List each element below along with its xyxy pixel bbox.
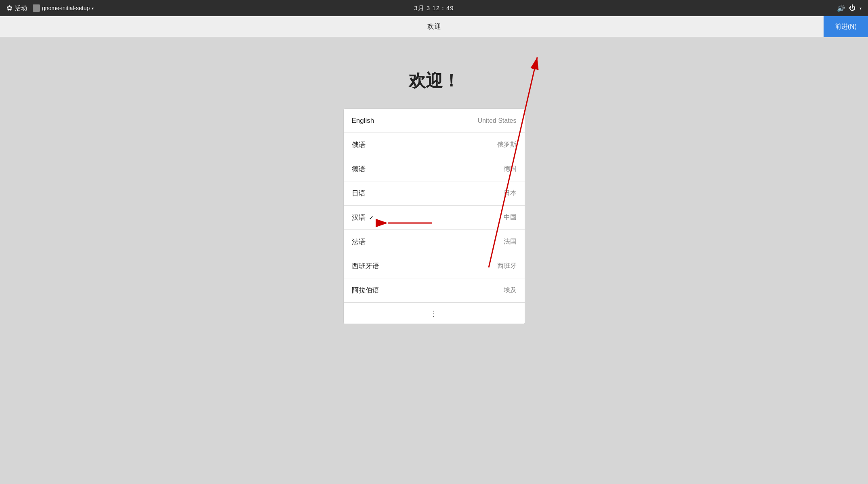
topbar-clock: 3月 3 12：49 xyxy=(414,4,454,12)
app-icon xyxy=(33,4,40,12)
language-name: English xyxy=(352,117,374,125)
language-list-item[interactable]: 日语日本 xyxy=(344,181,525,206)
language-region: 西班牙 xyxy=(497,262,517,270)
language-name: 阿拉伯语 xyxy=(352,286,379,295)
activities-label: 活动 xyxy=(15,4,27,12)
window-title: 欢迎 xyxy=(427,22,441,31)
main-content: 欢迎！ EnglishUnited States俄语俄罗斯德语德国日语日本汉语✓… xyxy=(0,37,868,484)
language-region: United States xyxy=(477,117,516,124)
language-name: 法语 xyxy=(352,237,366,246)
language-name: 德语 xyxy=(352,164,366,174)
activities-button[interactable]: ✿ 活动 xyxy=(6,4,27,13)
power-icon[interactable]: ⏻ xyxy=(849,4,855,12)
chevron-down-icon: ▾ xyxy=(92,6,94,11)
language-region: 埃及 xyxy=(504,286,517,295)
language-list-item[interactable]: 汉语✓中国 xyxy=(344,206,525,230)
app-name-label: gnome-initial-setup xyxy=(42,5,90,11)
language-list-item[interactable]: 阿拉伯语埃及 xyxy=(344,278,525,303)
next-button[interactable]: 前进(N) xyxy=(824,16,868,37)
language-name: 日语 xyxy=(352,189,366,198)
topbar-right: 🔊 ⏻ ▾ xyxy=(837,4,862,12)
selected-checkmark-icon: ✓ xyxy=(369,214,374,221)
topbar: ✿ 活动 gnome-initial-setup ▾ 3月 3 12：49 🔊 … xyxy=(0,0,868,16)
page-heading: 欢迎！ xyxy=(409,69,460,92)
language-list: EnglishUnited States俄语俄罗斯德语德国日语日本汉语✓中国法语… xyxy=(343,108,525,324)
volume-icon[interactable]: 🔊 xyxy=(837,4,845,12)
language-name: 汉语✓ xyxy=(352,213,374,222)
language-region: 日本 xyxy=(504,189,517,198)
window-header: 欢迎 前进(N) xyxy=(0,16,868,37)
language-region: 中国 xyxy=(504,213,517,222)
language-list-item[interactable]: 俄语俄罗斯 xyxy=(344,133,525,157)
language-name: 西班牙语 xyxy=(352,261,379,271)
datetime-label: 3月 3 12：49 xyxy=(414,4,454,11)
language-list-item[interactable]: 法语法国 xyxy=(344,230,525,254)
language-list-item[interactable]: 德语德国 xyxy=(344,157,525,181)
language-list-item[interactable]: 西班牙语西班牙 xyxy=(344,254,525,278)
language-region: 法国 xyxy=(504,238,517,246)
topbar-left: ✿ 活动 gnome-initial-setup ▾ xyxy=(6,4,94,13)
system-menu-chevron-icon[interactable]: ▾ xyxy=(860,6,862,11)
more-languages-button[interactable]: ⋮ xyxy=(344,303,525,324)
language-list-item[interactable]: EnglishUnited States xyxy=(344,109,525,133)
app-name-button[interactable]: gnome-initial-setup ▾ xyxy=(33,4,94,12)
language-region: 德国 xyxy=(504,165,517,173)
language-name: 俄语 xyxy=(352,140,366,149)
language-region: 俄罗斯 xyxy=(497,141,517,149)
gnome-icon: ✿ xyxy=(6,4,13,13)
